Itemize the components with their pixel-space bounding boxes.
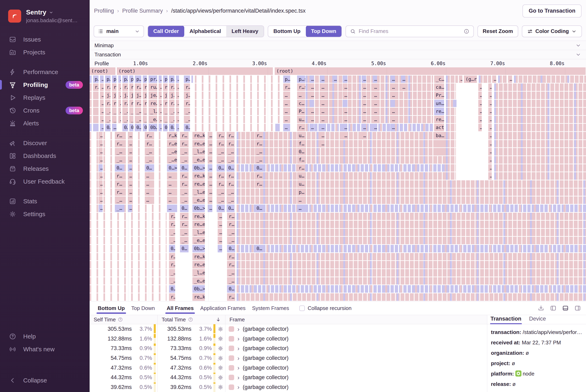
- flame-frame-cell[interactable]: 0…>: [135, 124, 141, 131]
- transaction-accordion[interactable]: Transaction: [90, 50, 586, 59]
- flame-frame-cell[interactable]: _…: [227, 196, 235, 204]
- flame-frame-cell[interactable]: …: [320, 124, 324, 131]
- flame-frame-cell[interactable]: …: [176, 108, 179, 115]
- flame-frame-cell[interactable]: …: [159, 100, 162, 107]
- flame-frame-cell[interactable]: …: [176, 84, 179, 91]
- flame-frame-cell[interactable]: …: [478, 108, 482, 115]
- flame-frame-cell[interactable]: [343, 100, 347, 107]
- flame-frame-cell[interactable]: …: [128, 140, 132, 148]
- flame-frame-cell[interactable]: _…: [217, 196, 225, 204]
- flame-frame-cell[interactable]: re…k: [192, 253, 205, 260]
- flame-frame-cell[interactable]: Pr…d: [434, 92, 444, 99]
- flame-frame-cell[interactable]: …: [390, 124, 395, 131]
- flame-frame-cell[interactable]: 0…: [227, 245, 235, 252]
- flame-frame-cell[interactable]: r…: [105, 100, 111, 107]
- flame-frame-cell[interactable]: _…: [227, 269, 235, 276]
- flame-frame-cell[interactable]: [93, 92, 99, 99]
- flame-frame-cell[interactable]: …: [373, 92, 377, 99]
- flame-frame-cell[interactable]: …: [373, 116, 377, 123]
- flame-frame-cell[interactable]: _…: [217, 188, 225, 196]
- flame-frame-cell[interactable]: re…e: [149, 100, 157, 107]
- flame-frame-cell[interactable]: …: [167, 180, 177, 188]
- tab-all-frames[interactable]: All Frames: [163, 302, 197, 315]
- sidebar-item-user-feedback[interactable]: User Feedback: [0, 175, 89, 188]
- flame-frame-cell[interactable]: 0…: [180, 164, 189, 172]
- flame-frame-cell[interactable]: …: [159, 108, 162, 115]
- view-option-top-down[interactable]: Top Down: [306, 26, 342, 37]
- flame-frame-cell[interactable]: r…: [169, 261, 175, 268]
- flame-frame-cell[interactable]: re…r: [434, 116, 444, 123]
- sidebar-item-profiling[interactable]: Profilingbeta: [0, 78, 89, 91]
- flame-frame-cell[interactable]: _…: [163, 108, 168, 115]
- flame-frame-cell[interactable]: …: [128, 148, 132, 156]
- flame-frame-cell[interactable]: …: [488, 116, 492, 123]
- flame-frame-cell[interactable]: …: [362, 76, 366, 83]
- flame-frame-cell[interactable]: [93, 124, 99, 131]
- flame-frame-cell[interactable]: j…: [169, 92, 175, 99]
- flame-frame-cell[interactable]: j…: [163, 92, 168, 99]
- sort-option-alphabetical[interactable]: Alphabetical: [184, 26, 226, 37]
- flame-frame-cell[interactable]: _…: [227, 188, 235, 196]
- flame-frame-cell[interactable]: r…: [297, 124, 305, 131]
- flame-frame-cell[interactable]: r…: [163, 100, 168, 107]
- flame-frame-cell[interactable]: _…: [169, 269, 175, 276]
- reset-zoom-button[interactable]: Reset Zoom: [477, 26, 518, 37]
- flame-frame-cell[interactable]: _…e: [167, 156, 177, 164]
- flame-frame-cell[interactable]: …: [488, 148, 492, 156]
- flame-frame-cell[interactable]: r…: [217, 172, 225, 180]
- flame-frame-cell[interactable]: …: [176, 116, 179, 123]
- flame-frame-cell[interactable]: r…: [227, 221, 235, 228]
- flame-frame-cell[interactable]: …: [297, 196, 305, 204]
- flame-frame-cell[interactable]: r…: [180, 213, 189, 220]
- flame-frame-cell[interactable]: ba…1: [434, 132, 444, 140]
- collapse-recursion-checkbox[interactable]: [299, 306, 305, 311]
- flame-frame-cell[interactable]: r…e: [122, 100, 128, 107]
- flame-frame-cell[interactable]: …: [218, 213, 222, 220]
- sidebar-item-issues[interactable]: Issues: [0, 33, 89, 46]
- flame-frame-cell[interactable]: …: [118, 108, 121, 115]
- sidebar-item-crons[interactable]: Cronsbeta: [0, 104, 89, 117]
- flame-frame-cell[interactable]: un…n: [434, 100, 444, 107]
- flame-frame-cell[interactable]: …: [176, 76, 179, 83]
- flame-frame-cell[interactable]: _…: [115, 148, 124, 156]
- flame-frame-cell[interactable]: 0…: [145, 164, 154, 172]
- flame-frame-cell[interactable]: 0…: [169, 285, 175, 293]
- flame-frame-cell[interactable]: j…: [112, 92, 117, 99]
- flame-frame-cell[interactable]: …: [128, 196, 132, 204]
- flame-frame-cell[interactable]: …: [145, 188, 154, 196]
- flame-frame-cell[interactable]: r…: [143, 100, 147, 107]
- flame-frame-cell[interactable]: …: [99, 148, 103, 156]
- flame-frame-cell[interactable]: …: [176, 100, 179, 107]
- flame-frame-cell[interactable]: re…e: [192, 180, 205, 188]
- minimap-accordion[interactable]: Minimap: [90, 41, 586, 50]
- flame-frame-cell[interactable]: r…: [227, 172, 235, 180]
- flame-frame-cell[interactable]: r…: [169, 293, 175, 301]
- flame-frame-cell[interactable]: [90, 108, 92, 115]
- flame-frame-cell[interactable]: p…: [169, 76, 175, 83]
- flame-frame-cell[interactable]: r…: [227, 293, 235, 301]
- flame-frame-cell[interactable]: _…: [163, 116, 168, 123]
- flame-frame-cell[interactable]: r…: [169, 221, 175, 228]
- frame-row[interactable]: ›(garbage collector): [225, 353, 487, 363]
- flame-frame-cell[interactable]: r…: [297, 164, 305, 172]
- flame-frame-cell[interactable]: 0b…>: [149, 124, 157, 131]
- flame-frame-cell[interactable]: …: [320, 92, 324, 99]
- flame-frame-cell[interactable]: …: [488, 140, 492, 148]
- flame-frame-cell[interactable]: [93, 116, 99, 123]
- chevron-right-icon[interactable]: ›: [237, 365, 239, 371]
- flame-frame-cell[interactable]: [390, 100, 395, 107]
- flame-frame-cell[interactable]: _…: [143, 108, 147, 115]
- flame-frame-cell[interactable]: …: [390, 84, 395, 91]
- frame-row[interactable]: ›(garbage collector): [225, 344, 487, 353]
- flame-frame-cell[interactable]: …: [488, 124, 492, 131]
- flame-frame-cell[interactable]: …: [100, 76, 104, 83]
- flame-frame-cell[interactable]: …: [309, 124, 314, 131]
- flame-frame-cell[interactable]: …: [159, 76, 162, 83]
- flame-frame-cell[interactable]: …: [118, 84, 121, 91]
- flame-frame-cell[interactable]: _…e: [135, 116, 141, 123]
- flame-frame-cell[interactable]: …: [176, 92, 179, 99]
- sort-option-call-order[interactable]: Call Order: [148, 26, 184, 37]
- flame-frame-cell[interactable]: c…: [297, 100, 305, 107]
- sidebar-item-dashboards[interactable]: Dashboards: [0, 150, 89, 162]
- flame-frame-cell[interactable]: …: [488, 92, 492, 99]
